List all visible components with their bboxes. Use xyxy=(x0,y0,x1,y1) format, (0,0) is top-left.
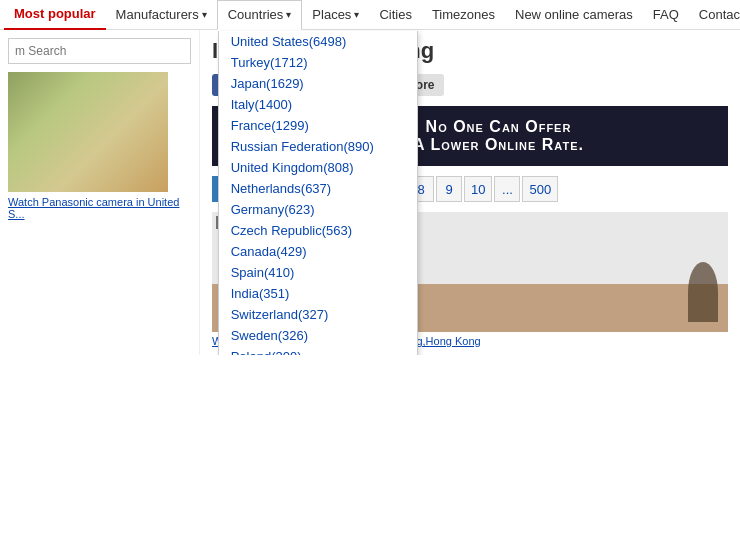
page-btn-10[interactable]: 10 xyxy=(464,176,492,202)
nav-places-label: Places xyxy=(312,7,351,22)
nav-timezones-label: Timezones xyxy=(432,7,495,22)
country-item[interactable]: United Kingdom(808) xyxy=(219,157,417,178)
country-item[interactable]: Spain(410) xyxy=(219,262,417,283)
country-item[interactable]: Japan(1629) xyxy=(219,73,417,94)
country-item[interactable]: United States(6498) xyxy=(219,31,417,52)
page-btn-9[interactable]: 9 xyxy=(436,176,462,202)
nav-places[interactable]: Places ▾ xyxy=(302,0,369,30)
country-item[interactable]: Sweden(326) xyxy=(219,325,417,346)
country-item[interactable]: Netherlands(637) xyxy=(219,178,417,199)
nav-timezones[interactable]: Timezones xyxy=(422,0,505,30)
country-item[interactable]: Germany(623) xyxy=(219,199,417,220)
nav-manufacturers[interactable]: Manufacturers ▾ xyxy=(106,0,217,30)
country-item[interactable]: Russian Federation(890) xyxy=(219,136,417,157)
sidebar: Watch Panasonic camera in United S... xyxy=(0,30,200,355)
nav-countries[interactable]: Countries ▾ United States(6498) Turkey(1… xyxy=(217,0,303,30)
sidebar-camera-thumbnail[interactable] xyxy=(8,72,168,192)
country-item[interactable]: Italy(1400) xyxy=(219,94,417,115)
places-caret-icon: ▾ xyxy=(354,9,359,20)
sidebar-camera-label[interactable]: Watch Panasonic camera in United S... xyxy=(8,196,191,220)
nav-manufacturers-label: Manufacturers xyxy=(116,7,199,22)
nav-countries-label: Countries xyxy=(228,7,284,22)
manufacturers-caret-icon: ▾ xyxy=(202,9,207,20)
page-btn-dots: ... xyxy=(494,176,520,202)
countries-dropdown: United States(6498) Turkey(1712) Japan(1… xyxy=(218,31,418,356)
person-silhouette xyxy=(688,262,718,322)
nav-most-popular[interactable]: Most popular xyxy=(4,0,106,30)
nav-new-cameras[interactable]: New online cameras xyxy=(505,0,643,30)
countries-caret-icon: ▾ xyxy=(286,9,291,20)
nav-cities[interactable]: Cities xyxy=(369,0,422,30)
country-item[interactable]: Canada(429) xyxy=(219,241,417,262)
nav-new-cameras-label: New online cameras xyxy=(515,7,633,22)
country-item[interactable]: India(351) xyxy=(219,283,417,304)
nav-contacts-label: Contacts xyxy=(699,7,740,22)
country-item[interactable]: Switzerland(327) xyxy=(219,304,417,325)
country-item[interactable]: Turkey(1712) xyxy=(219,52,417,73)
nav-faq[interactable]: FAQ xyxy=(643,0,689,30)
country-item[interactable]: Czech Republic(563) xyxy=(219,220,417,241)
country-item[interactable]: Poland(309) xyxy=(219,346,417,356)
nav-cities-label: Cities xyxy=(379,7,412,22)
nav-faq-label: FAQ xyxy=(653,7,679,22)
country-item[interactable]: France(1299) xyxy=(219,115,417,136)
navbar: Most popular Manufacturers ▾ Countries ▾… xyxy=(0,0,740,30)
nav-most-popular-label: Most popular xyxy=(14,6,96,21)
nav-contacts[interactable]: Contacts xyxy=(689,0,740,30)
sidebar-camera-image xyxy=(8,72,168,192)
search-input[interactable] xyxy=(8,38,191,64)
page-btn-500[interactable]: 500 xyxy=(522,176,558,202)
